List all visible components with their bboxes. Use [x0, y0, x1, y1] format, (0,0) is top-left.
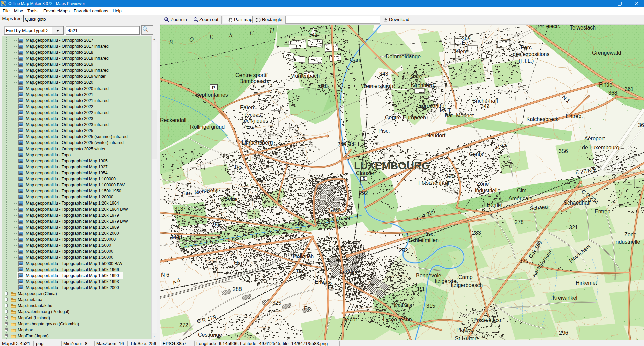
svg-text:272: 272: [179, 322, 189, 328]
svg-text:311: 311: [416, 286, 425, 292]
svg-text:320: 320: [446, 173, 455, 179]
svg-text:Rollingergrund: Rollingergrund: [190, 124, 225, 130]
svg-text:288: 288: [233, 286, 242, 292]
svg-text:industrielle: industrielle: [614, 239, 640, 245]
svg-text:Cath.: Cath.: [329, 207, 342, 212]
svg-text:Clausen: Clausen: [356, 170, 376, 176]
svg-text:Hirkemet: Hirkemet: [576, 280, 597, 286]
svg-text:Kaltreis: Kaltreis: [394, 302, 412, 308]
svg-text:Kiem: Kiem: [455, 49, 467, 54]
svg-text:283: 283: [472, 230, 481, 236]
svg-text:B: B: [169, 39, 173, 46]
svg-text:D: D: [363, 177, 365, 181]
svg-text:368: 368: [608, 90, 618, 96]
svg-text:Ec.: Ec.: [328, 285, 335, 290]
svg-text:Zone: Zone: [477, 181, 489, 187]
svg-text:I.S.T.: I.S.T.: [440, 108, 452, 113]
svg-text:Bonnevoie: Bonnevoie: [416, 273, 441, 278]
svg-text:292: 292: [359, 190, 368, 196]
svg-text:Muhlenbach: Muhlenbach: [290, 73, 320, 79]
svg-text:360: 360: [638, 122, 644, 128]
svg-text:282: 282: [212, 222, 221, 227]
svg-text:Entrep.: Entrep.: [315, 279, 332, 285]
svg-text:Kirchberg: Kirchberg: [411, 82, 434, 88]
svg-text:Schaedhaff: Schaedhaff: [564, 200, 591, 206]
svg-text:des expositions: des expositions: [513, 51, 549, 57]
svg-text:Parc: Parc: [521, 45, 532, 50]
svg-text:de Luxembourg: de Luxembourg: [582, 145, 619, 150]
svg-text:Gare: Gare: [410, 74, 422, 79]
svg-text:Belair: Belair: [224, 196, 238, 202]
svg-text:Centre Européen: Centre Européen: [385, 115, 426, 120]
svg-text:Aéroport: Aéroport: [584, 136, 605, 141]
svg-text:industrielle: industrielle: [475, 188, 501, 193]
svg-text:Cessange: Cessange: [198, 332, 222, 338]
svg-text:Itzigerboesch: Itzigerboesch: [451, 282, 483, 288]
svg-text:296: 296: [559, 330, 568, 336]
svg-text:Poste électr.: Poste électr.: [473, 317, 503, 323]
svg-text:E: E: [209, 34, 213, 41]
svg-text:Fetschenhaff: Fetschenhaff: [418, 180, 449, 186]
svg-text:Kalchesbreck: Kalchesbreck: [526, 116, 559, 122]
svg-text:C: C: [250, 30, 254, 36]
svg-text:361: 361: [625, 86, 634, 92]
svg-text:Bricherhaff: Bricherhaff: [472, 98, 498, 104]
svg-text:(F.I.L.): (F.I.L.): [519, 58, 534, 64]
svg-text:Plateau: Plateau: [456, 327, 474, 333]
svg-text:Hollerich: Hollerich: [293, 254, 314, 260]
svg-text:Centre sportif: Centre sportif: [235, 72, 268, 78]
svg-text:S: S: [229, 32, 232, 38]
svg-text:289: 289: [294, 221, 304, 227]
svg-text:Ec.: Ec.: [246, 124, 254, 130]
svg-text:325: 325: [272, 300, 281, 306]
svg-text:Entrep.: Entrep.: [566, 113, 583, 119]
svg-text:Bamboesch: Bamboesch: [239, 78, 268, 84]
svg-text:Bât. Monnet: Bât. Monnet: [445, 113, 474, 118]
svg-text:LUXEMBOURG: LUXEMBOURG: [354, 160, 430, 171]
svg-text:Teiweslach: Teiweslach: [570, 25, 596, 31]
svg-text:N 6: N 6: [161, 272, 169, 278]
svg-text:Schleifmillen: Schleifmillen: [409, 237, 439, 243]
svg-text:Merl: Merl: [172, 234, 182, 240]
svg-text:278: 278: [515, 219, 524, 225]
svg-text:Gare: Gare: [350, 57, 362, 63]
svg-text:Reckendall: Reckendall: [160, 117, 186, 123]
svg-text:Lycées: Lycées: [244, 112, 261, 118]
svg-text:Hamm: Hamm: [487, 202, 502, 208]
svg-text:Entrep.: Entrep.: [595, 209, 612, 214]
svg-text:B.E.I: B.E.I: [347, 141, 359, 147]
svg-text:369: 369: [462, 36, 471, 41]
svg-text:Limpertsberg: Limpertsberg: [241, 140, 273, 146]
svg-text:St-Hubert: St-Hubert: [455, 336, 478, 340]
svg-text:240: 240: [337, 141, 346, 147]
svg-text:Pisc.: Pisc.: [423, 231, 435, 237]
svg-text:P. électr.: P. électr.: [540, 25, 560, 29]
svg-text:O: O: [189, 36, 194, 43]
svg-text:356: 356: [559, 148, 568, 154]
svg-text:Faïen: Faïen: [240, 105, 254, 110]
svg-text:342: 342: [309, 32, 318, 38]
svg-text:Ec.: Ec.: [235, 164, 243, 170]
svg-text:313: 313: [174, 206, 183, 212]
svg-text:Dommeldange: Dommeldange: [386, 54, 421, 59]
svg-text:325: 325: [519, 258, 528, 264]
svg-text:Septfontaines: Septfontaines: [195, 92, 228, 98]
svg-text:321: 321: [569, 225, 578, 230]
svg-text:Grengewald: Grengewald: [592, 50, 621, 56]
svg-text:Ec.: Ec.: [304, 306, 312, 311]
svg-text:Eich: Eich: [317, 83, 328, 89]
svg-text:Dépôt: Dépôt: [342, 316, 357, 322]
svg-text:Pisc.: Pisc.: [378, 128, 390, 134]
svg-text:H: H: [269, 27, 274, 34]
svg-text:Neudorf: Neudorf: [426, 133, 445, 138]
svg-text:Us.: Us.: [234, 260, 242, 266]
svg-text:Cents: Cents: [469, 151, 483, 157]
svg-text:Us.: Us.: [297, 268, 305, 274]
svg-text:315: 315: [426, 303, 435, 309]
svg-text:Zone: Zone: [624, 232, 637, 237]
svg-text:343: 343: [379, 71, 388, 77]
svg-text:la Gare: la Gare: [340, 269, 358, 275]
svg-text:Camp: Camp: [458, 274, 473, 280]
svg-text:techniques: techniques: [242, 118, 268, 124]
svg-text:343: 343: [481, 103, 490, 109]
